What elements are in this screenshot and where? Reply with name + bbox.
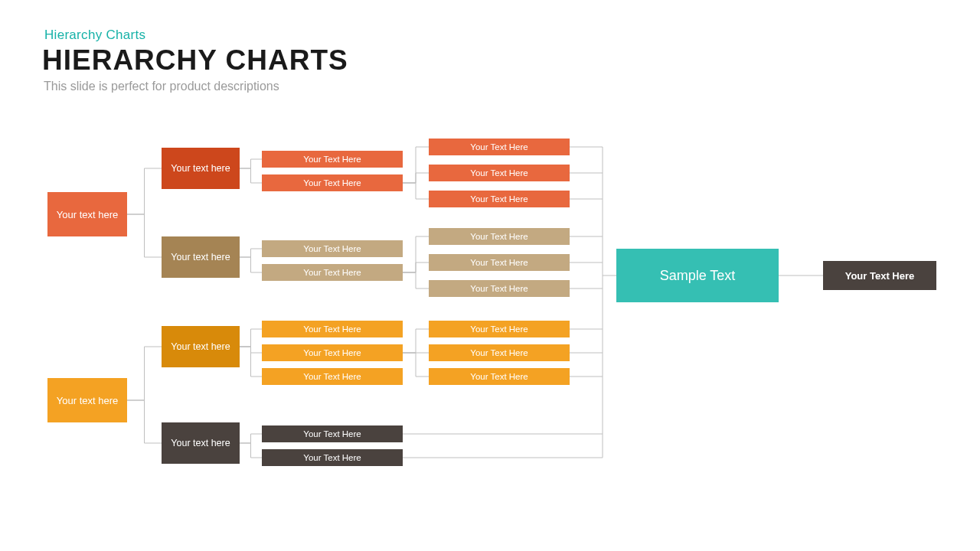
bar-0-0-1: Your Text Here [262, 174, 403, 191]
out-0-0-1: Your Text Here [429, 165, 570, 181]
out-1-0-1: Your Text Here [429, 344, 570, 361]
bar-0-1-0: Your Text Here [262, 240, 403, 257]
sample-node: Sample Text [616, 249, 779, 302]
branch-1-0: Your text here [162, 326, 240, 367]
root-1: Your text here [47, 378, 127, 422]
out-0-1-1: Your Text Here [429, 254, 570, 271]
bar-0-1-1: Your Text Here [262, 264, 403, 281]
branch-0-1: Your text here [162, 236, 240, 278]
out-1-0-0: Your Text Here [429, 321, 570, 337]
root-0: Your text here [47, 192, 127, 236]
bar-1-0-2: Your Text Here [262, 368, 403, 385]
out-1-0-2: Your Text Here [429, 368, 570, 385]
branch-1-1: Your text here [162, 422, 240, 464]
slide-canvas: { "header": { "eyebrow": "Hierarchy Char… [0, 0, 980, 551]
out-0-0-2: Your Text Here [429, 191, 570, 207]
out-0-0-0: Your Text Here [429, 139, 570, 155]
out-0-1-0: Your Text Here [429, 228, 570, 245]
bar-1-1-1: Your Text Here [262, 449, 403, 466]
out-0-1-2: Your Text Here [429, 280, 570, 297]
bar-1-0-0: Your Text Here [262, 321, 403, 337]
final-node: Your Text Here [823, 261, 936, 290]
bar-0-0-0: Your Text Here [262, 151, 403, 168]
bar-1-0-1: Your Text Here [262, 344, 403, 361]
branch-0-0: Your text here [162, 148, 240, 189]
bar-1-1-0: Your Text Here [262, 425, 403, 442]
